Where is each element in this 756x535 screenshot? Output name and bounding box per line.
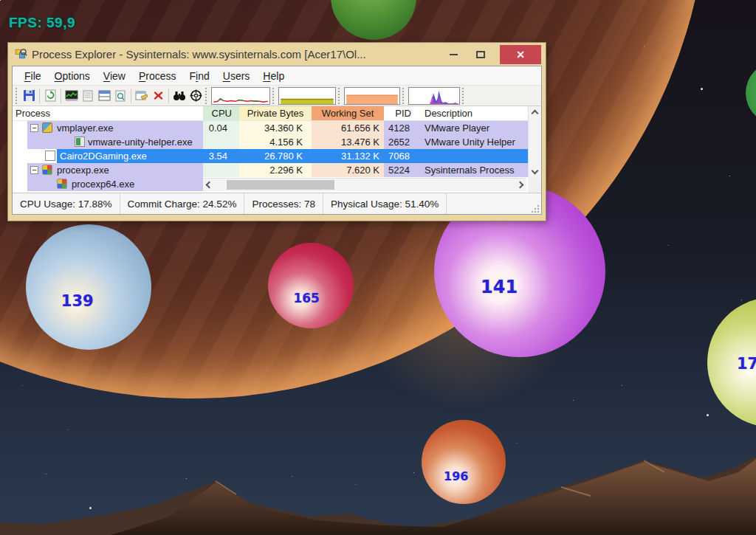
vmware-player-icon <box>42 122 52 133</box>
properties-hand-icon <box>135 90 148 102</box>
horizontal-scrollbar[interactable] <box>203 178 526 191</box>
binoculars-icon <box>173 90 186 101</box>
io-history-graph[interactable] <box>408 87 460 105</box>
default-exe-icon <box>45 151 55 161</box>
ball-139[interactable]: 139 <box>26 224 151 350</box>
toolbar-separator <box>39 89 40 103</box>
scrollbar-thumb[interactable] <box>227 180 334 190</box>
process-row-vmplayer[interactable]: vmplayer.exe 0.04 34.360 K 61.656 K 4128… <box>13 121 541 135</box>
status-cpu-usage: CPU Usage: 17.88% <box>13 193 120 214</box>
column-header-working-set[interactable]: Working Set <box>312 106 384 120</box>
toolbar-gripper[interactable] <box>462 88 466 104</box>
stars <box>0 0 1 1</box>
ball-165[interactable]: 165 <box>268 243 354 328</box>
toolbar <box>13 85 541 106</box>
minimize-button[interactable] <box>442 46 464 63</box>
process-properties-button[interactable] <box>80 88 96 104</box>
process-row-cairo2dgaming-selected[interactable]: Cairo2DGaming.exe 3.54 26.780 K 31.132 K… <box>13 149 541 163</box>
ball-number: 165 <box>293 291 320 306</box>
process-explorer-window[interactable]: Process Explorer - Sysinternals: www.sys… <box>7 42 546 221</box>
status-bar: CPU Usage: 17.88% Commit Charge: 24.52% … <box>13 193 541 214</box>
kill-process-button[interactable] <box>150 88 166 104</box>
show-lower-pane-button[interactable] <box>96 88 112 104</box>
fps-counter: FPS: 59,9 <box>9 15 75 31</box>
status-physical-usage: Physical Usage: 51.40% <box>323 193 447 214</box>
titlebar[interactable]: Process Explorer - Sysinternals: www.sys… <box>12 43 542 66</box>
process-explorer-icon <box>15 48 27 61</box>
procexp-icon <box>42 165 52 175</box>
kill-process-icon <box>153 90 164 101</box>
ball-green-edge[interactable] <box>746 62 756 124</box>
ball-number: 196 <box>444 469 468 483</box>
vmware-unity-helper-icon <box>75 137 85 147</box>
doc-magnifier-icon <box>115 90 126 102</box>
find-button[interactable] <box>171 88 188 104</box>
toolbar-gripper[interactable] <box>338 88 342 104</box>
menu-file[interactable]: File <box>18 68 47 84</box>
save-icon <box>23 89 35 102</box>
menu-bar: File Options View Process Find Users Hel… <box>13 66 541 85</box>
mountains <box>0 435 756 535</box>
refresh-icon <box>44 89 57 102</box>
commit-history-graph[interactable] <box>278 87 336 105</box>
scroll-right-icon[interactable] <box>517 182 524 189</box>
toolbar-separator <box>168 89 169 103</box>
column-headers: Process CPU Private Bytes Working Set PI… <box>13 106 541 121</box>
toolbar-gripper[interactable] <box>402 88 406 104</box>
target-crosshair-icon <box>190 89 202 102</box>
column-header-pid[interactable]: PID <box>384 106 419 120</box>
physical-memory-graph[interactable] <box>344 87 400 105</box>
collapse-toggle[interactable] <box>30 166 38 174</box>
resize-grip[interactable] <box>532 204 540 213</box>
process-row-procexp[interactable]: procexp.exe 2.296 K 7.620 K 5224 Sysinte… <box>13 163 541 177</box>
toolbar-gripper[interactable] <box>16 88 19 104</box>
menu-find[interactable]: Find <box>184 68 216 84</box>
status-commit-charge: Commit Charge: 24.52% <box>120 193 245 214</box>
game-screen: 139 165 141 17 196 FPS: 59,9 Process Exp… <box>0 0 756 535</box>
ball-number: 17 <box>737 355 756 373</box>
refresh-button[interactable] <box>42 88 58 104</box>
scroll-left-icon[interactable] <box>206 182 213 189</box>
properties-button[interactable] <box>134 88 150 104</box>
ball-17[interactable]: 17 <box>707 297 756 427</box>
menu-help[interactable]: Help <box>257 68 290 84</box>
toolbar-separator <box>61 89 61 103</box>
cpu-history-graph[interactable] <box>211 87 270 105</box>
close-icon: ✕ <box>516 49 525 60</box>
column-header-private-bytes[interactable]: Private Bytes <box>239 106 312 120</box>
menu-users[interactable]: Users <box>217 68 256 84</box>
toolbar-separator <box>131 89 131 103</box>
window-title: Process Explorer - Sysinternals: www.sys… <box>32 48 438 61</box>
ball-196[interactable]: 196 <box>422 420 506 504</box>
process-list: Process CPU Private Bytes Working Set PI… <box>13 106 541 193</box>
scroll-down-icon[interactable] <box>532 168 539 175</box>
column-header-process[interactable]: Process <box>13 106 203 120</box>
column-header-description[interactable]: Description <box>419 106 528 120</box>
save-button[interactable] <box>21 88 37 104</box>
ball-number: 139 <box>61 292 94 310</box>
lower-pane-icon <box>98 90 111 101</box>
toolbar-gripper[interactable] <box>205 88 209 104</box>
scrollbar-corner <box>528 178 541 193</box>
toolbar-gripper[interactable] <box>272 88 276 104</box>
procexp-icon <box>57 179 67 189</box>
scroll-up-icon[interactable] <box>532 110 539 117</box>
find-handles-button[interactable] <box>112 88 128 104</box>
close-button[interactable]: ✕ <box>500 45 541 64</box>
process-row-vmware-unity-helper[interactable]: vmware-unity-helper.exe 4.156 K 13.476 K… <box>13 135 541 149</box>
collapse-toggle[interactable] <box>30 124 38 132</box>
system-information-icon <box>65 90 78 102</box>
vertical-scrollbar[interactable] <box>528 106 541 178</box>
menu-options[interactable]: Options <box>49 68 96 84</box>
status-processes: Processes: 78 <box>244 193 323 214</box>
ball-number: 141 <box>481 277 518 297</box>
system-information-button[interactable] <box>63 88 80 104</box>
find-window-target-button[interactable] <box>188 88 204 104</box>
menu-process[interactable]: Process <box>133 68 182 84</box>
menu-view[interactable]: View <box>97 68 131 84</box>
document-icon <box>83 90 93 102</box>
column-header-cpu[interactable]: CPU <box>203 106 239 120</box>
maximize-button[interactable] <box>469 46 492 63</box>
